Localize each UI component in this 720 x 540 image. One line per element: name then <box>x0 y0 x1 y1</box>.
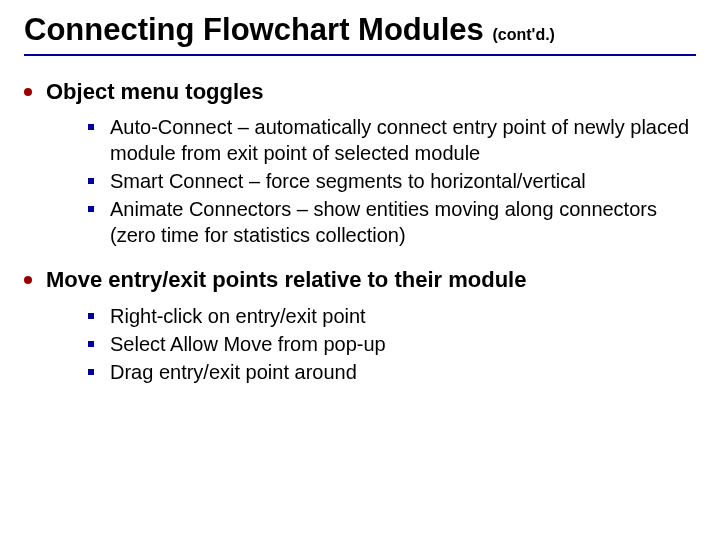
slide-body: Object menu toggles Auto-Connect – autom… <box>24 78 696 385</box>
sub-bullet-text: Auto-Connect – automatically connect ent… <box>110 114 696 166</box>
bullet-level2: Select Allow Move from pop-up <box>88 331 696 357</box>
sub-bullet-text: Select Allow Move from pop-up <box>110 331 386 357</box>
sub-bullet-text: Right-click on entry/exit point <box>110 303 366 329</box>
sub-bullet-text: Drag entry/exit point around <box>110 359 357 385</box>
bullet-square-icon <box>88 313 94 319</box>
sub-bullet-list: Auto-Connect – automatically connect ent… <box>88 114 696 248</box>
bullet-level1: Move entry/exit points relative to their… <box>24 266 696 295</box>
bullet-square-icon <box>88 124 94 130</box>
bullet-square-icon <box>88 369 94 375</box>
bullet-level2: Right-click on entry/exit point <box>88 303 696 329</box>
bullet-level2: Smart Connect – force segments to horizo… <box>88 168 696 194</box>
sub-bullet-text: Smart Connect – force segments to horizo… <box>110 168 586 194</box>
bullet-dot-icon <box>24 276 32 284</box>
bullet-square-icon <box>88 178 94 184</box>
section-heading: Move entry/exit points relative to their… <box>46 266 526 295</box>
bullet-dot-icon <box>24 88 32 96</box>
bullet-level2: Auto-Connect – automatically connect ent… <box>88 114 696 166</box>
title-suffix: (cont'd.) <box>492 26 554 43</box>
bullet-level2: Drag entry/exit point around <box>88 359 696 385</box>
sub-bullet-list: Right-click on entry/exit point Select A… <box>88 303 696 385</box>
sub-bullet-text: Animate Connectors – show entities movin… <box>110 196 696 248</box>
title-main: Connecting Flowchart Modules <box>24 12 484 47</box>
bullet-level1: Object menu toggles <box>24 78 696 107</box>
section-heading: Object menu toggles <box>46 78 264 107</box>
bullet-level2: Animate Connectors – show entities movin… <box>88 196 696 248</box>
bullet-square-icon <box>88 206 94 212</box>
slide-title: Connecting Flowchart Modules (cont'd.) <box>24 12 696 56</box>
bullet-square-icon <box>88 341 94 347</box>
